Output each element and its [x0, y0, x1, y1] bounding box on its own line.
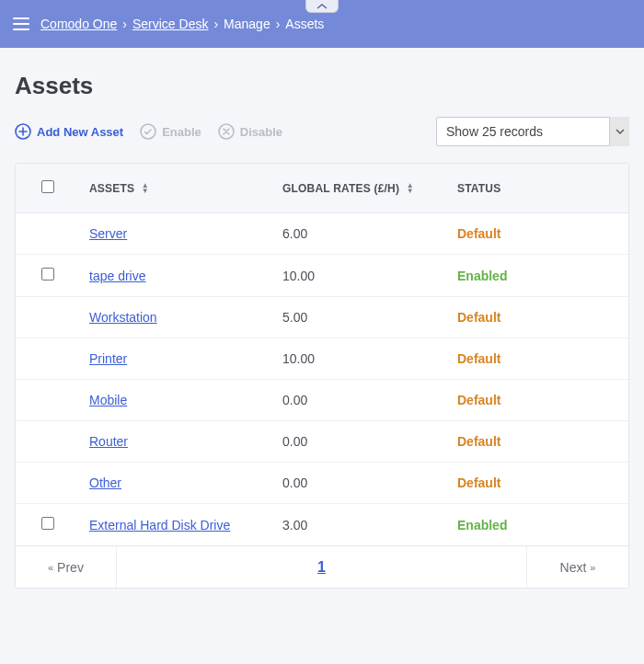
asset-link[interactable]: Workstation [89, 310, 157, 325]
asset-link[interactable]: Mobile [89, 393, 127, 407]
header-status: STATUS [448, 164, 628, 213]
status-badge: Default [457, 310, 500, 325]
row-checkbox-cell [16, 421, 80, 463]
row-checkbox[interactable] [41, 517, 54, 530]
row-checkbox-cell [16, 338, 80, 380]
table-row: Server6.00Default [16, 213, 628, 255]
pager: « Prev 1 Next » [16, 545, 628, 588]
table-row: External Hard Disk Drive3.00Enabled [16, 504, 628, 546]
toolbar-left: Add New Asset Enable Disable [15, 123, 282, 140]
pager-current-page[interactable]: 1 [317, 559, 326, 576]
asset-link[interactable]: Router [89, 434, 128, 449]
asset-link[interactable]: External Hard Disk Drive [89, 518, 230, 532]
select-all-checkbox[interactable] [41, 180, 54, 193]
x-circle-icon [218, 123, 235, 140]
disable-label: Disable [240, 125, 282, 139]
pager-prev[interactable]: « Prev [16, 546, 117, 588]
asset-name-cell: Printer [80, 338, 273, 380]
check-circle-icon [140, 123, 156, 140]
asset-link[interactable]: Server [89, 226, 127, 241]
status-badge: Default [457, 226, 500, 241]
header-assets[interactable]: ASSETS ▲▼ [80, 164, 273, 213]
top-expand-tab[interactable] [305, 0, 339, 13]
breadcrumb-manage: Manage [224, 17, 270, 31]
table-row: tape drive10.00Enabled [16, 255, 628, 297]
hamburger-menu-icon[interactable] [13, 17, 29, 30]
chevron-up-icon [316, 3, 328, 10]
asset-rate-cell: 0.00 [273, 380, 448, 421]
table-row: Printer10.00Default [16, 338, 628, 380]
row-checkbox-cell [16, 504, 80, 546]
records-select-wrap: Show 25 records [436, 117, 629, 146]
status-badge: Default [457, 351, 500, 366]
table-row: Mobile0.00Default [16, 380, 628, 421]
sort-icon: ▲▼ [407, 183, 414, 194]
asset-status-cell: Enabled [448, 255, 628, 297]
add-new-asset-button[interactable]: Add New Asset [15, 123, 123, 140]
asset-name-cell: External Hard Disk Drive [80, 504, 273, 546]
asset-rate-cell: 3.00 [273, 504, 448, 546]
header-rates[interactable]: GLOBAL RATES (£/H) ▲▼ [273, 164, 448, 213]
breadcrumb-sep: › [276, 17, 281, 31]
breadcrumb: Comodo One › Service Desk › Manage › Ass… [40, 17, 324, 31]
asset-rate-cell: 0.00 [273, 463, 448, 504]
status-badge: Default [457, 393, 500, 407]
table-row: Router0.00Default [16, 421, 628, 463]
asset-status-cell: Default [448, 380, 628, 421]
page-content: Assets Add New Asset Enable Disable [0, 48, 644, 589]
page-title: Assets [15, 72, 629, 100]
disable-button[interactable]: Disable [218, 123, 282, 140]
row-checkbox-cell [16, 463, 80, 504]
pager-pages: 1 [117, 546, 527, 588]
pager-next[interactable]: Next » [527, 546, 628, 588]
records-per-page-select[interactable]: Show 25 records [436, 117, 629, 146]
pager-next-label: Next [560, 560, 587, 575]
row-checkbox-cell [16, 380, 80, 421]
breadcrumb-service-desk[interactable]: Service Desk [132, 17, 208, 31]
header-assets-label: ASSETS [89, 182, 134, 195]
sort-icon: ▲▼ [142, 183, 149, 194]
pager-prev-label: Prev [57, 560, 84, 575]
asset-rate-cell: 5.00 [273, 297, 448, 338]
row-checkbox-cell [16, 213, 80, 255]
row-checkbox[interactable] [41, 268, 54, 280]
asset-link[interactable]: Other [89, 475, 121, 490]
asset-name-cell: Router [80, 421, 273, 463]
asset-link[interactable]: Printer [89, 351, 127, 366]
assets-tbody: Server6.00Defaulttape drive10.00EnabledW… [16, 213, 628, 546]
asset-name-cell: tape drive [80, 255, 273, 297]
row-checkbox-cell [16, 255, 80, 297]
asset-rate-cell: 10.00 [273, 338, 448, 380]
asset-status-cell: Enabled [448, 504, 628, 546]
asset-status-cell: Default [448, 213, 628, 255]
asset-status-cell: Default [448, 421, 628, 463]
asset-link[interactable]: tape drive [89, 269, 145, 283]
table-row: Other0.00Default [16, 463, 628, 504]
toolbar: Add New Asset Enable Disable Show 25 rec… [15, 117, 629, 146]
enable-button[interactable]: Enable [140, 123, 201, 140]
breadcrumb-current: Assets [285, 17, 324, 31]
status-badge: Default [457, 434, 500, 449]
header-checkbox-cell [16, 164, 80, 213]
table-row: Workstation5.00Default [16, 297, 628, 338]
asset-name-cell: Mobile [80, 380, 273, 421]
asset-name-cell: Server [80, 213, 273, 255]
asset-name-cell: Workstation [80, 297, 273, 338]
breadcrumb-home[interactable]: Comodo One [40, 17, 117, 31]
asset-rate-cell: 6.00 [273, 213, 448, 255]
asset-status-cell: Default [448, 338, 628, 380]
header-status-label: STATUS [457, 182, 500, 195]
breadcrumb-sep: › [213, 17, 218, 31]
assets-table-wrap: ASSETS ▲▼ GLOBAL RATES (£/H) ▲▼ STATUS S… [15, 163, 629, 589]
enable-label: Enable [162, 125, 201, 139]
asset-rate-cell: 10.00 [273, 255, 448, 297]
chevron-double-right-icon: » [590, 562, 595, 573]
add-new-asset-label: Add New Asset [37, 125, 123, 139]
status-badge: Enabled [457, 269, 507, 283]
header-rates-label: GLOBAL RATES (£/H) [282, 182, 399, 195]
topbar: Comodo One › Service Desk › Manage › Ass… [0, 0, 644, 48]
chevron-double-left-icon: « [48, 562, 53, 573]
plus-circle-icon [15, 123, 31, 140]
asset-name-cell: Other [80, 463, 273, 504]
asset-status-cell: Default [448, 463, 628, 504]
